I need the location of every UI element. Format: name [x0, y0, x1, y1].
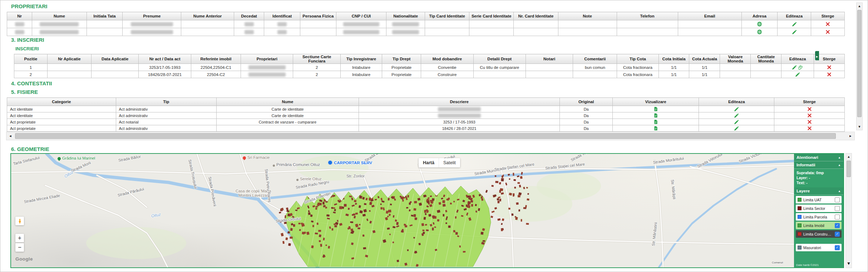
doc-icon[interactable]: [654, 126, 658, 131]
layer-checkbox[interactable]: [835, 206, 840, 211]
panel-header-layere[interactable]: Layere: [794, 187, 843, 195]
column-header: Nr Aplicatie: [47, 54, 91, 64]
edit-icon[interactable]: [734, 120, 739, 125]
map-canvas[interactable]: Tarla StefanuluiGrădina lui MarinelStrad…: [11, 154, 794, 267]
layer-item-limita-imobil[interactable]: Limita Imobil: [796, 222, 842, 229]
vertical-scrollbar[interactable]: [856, 2, 863, 130]
poi-label[interactable]: Primăria Comunei Oituz: [273, 162, 320, 167]
edit-icon[interactable]: [734, 107, 739, 112]
doc-icon[interactable]: [654, 106, 658, 112]
redacted-text: [277, 22, 287, 26]
street-label: Strada Tisei: [570, 154, 590, 162]
poi-label[interactable]: Sri Farmacie: [243, 155, 270, 160]
vertical-scroll-thumb[interactable]: [857, 10, 862, 117]
street-label: Strada Orbului: [275, 216, 301, 223]
map-scroll-down-arrow-icon[interactable]: [846, 261, 852, 266]
layer-item-limita-sector[interactable]: Limita Sector: [796, 205, 842, 212]
layer-checkbox[interactable]: [835, 197, 840, 202]
horizontal-scroll-thumb[interactable]: [15, 133, 836, 139]
cell: [774, 106, 845, 112]
layer-item-limita-constructie[interactable]: Limita Constructie: [796, 230, 842, 238]
redacted-text: [343, 22, 379, 26]
horizontal-scrollbar[interactable]: [6, 132, 855, 140]
pegman-icon: [17, 218, 23, 224]
delete-icon[interactable]: [807, 126, 812, 131]
delete-icon[interactable]: [807, 107, 812, 111]
zoom-in-button[interactable]: +: [15, 234, 24, 242]
satellite-view-button[interactable]: Satelit: [439, 158, 460, 167]
zoom-out-button[interactable]: −: [15, 243, 24, 252]
cell: [617, 20, 678, 28]
delete-icon[interactable]: [807, 113, 812, 118]
cell: [774, 112, 845, 119]
delete-icon[interactable]: [807, 120, 812, 124]
street-label: Tarla Stefanului: [13, 155, 40, 166]
table-row: [7, 20, 845, 28]
layer-label: Limita Parcela: [803, 215, 833, 219]
column-header: Persoana Fizica: [300, 12, 336, 20]
panel-header-atentionari[interactable]: Atentionari: [794, 154, 843, 161]
map-vertical-scrollbar[interactable]: [845, 153, 852, 268]
cell: [336, 28, 386, 36]
panel-collapse-tab[interactable]: [815, 51, 819, 60]
scroll-up-arrow-icon[interactable]: [857, 4, 862, 9]
attach-icon[interactable]: [798, 65, 803, 70]
panel-header-informatii[interactable]: Informatii: [794, 161, 843, 169]
delete-icon[interactable]: [827, 65, 832, 70]
redacted-text: [131, 22, 173, 26]
layer-item-limita-parcela[interactable]: Limita Parcela: [796, 213, 842, 221]
edit-icon[interactable]: [792, 30, 797, 35]
layer-item-limita-uat[interactable]: Limita UAT: [796, 196, 842, 203]
cell: [526, 71, 573, 78]
layer-label: Limita Constructie: [803, 232, 833, 236]
cell: Act proprietate: [7, 119, 116, 125]
map-view-button[interactable]: Hartă: [419, 158, 439, 167]
subsection-title-inscrieri: INSCRIERI: [15, 46, 39, 51]
cell: [514, 20, 558, 28]
delete-icon[interactable]: [825, 22, 830, 26]
column-header: Original: [560, 98, 613, 106]
street-label: Strada Stației cel Mare: [545, 162, 585, 170]
layer-checkbox[interactable]: [835, 232, 840, 237]
edit-icon[interactable]: [792, 65, 797, 70]
cell: Act identitate: [7, 106, 116, 112]
poi-label[interactable]: Casa de copii 'Maria: [236, 189, 271, 193]
pegman-control[interactable]: [15, 217, 24, 225]
layer-label: Limita Imobil: [803, 223, 833, 228]
scroll-right-arrow-icon[interactable]: [847, 132, 854, 140]
edit-icon[interactable]: [734, 126, 739, 131]
cell: [720, 71, 751, 78]
layer-checkbox[interactable]: [835, 223, 840, 228]
column-header: Note: [558, 12, 617, 20]
layer-checkbox[interactable]: [835, 245, 840, 250]
edit-icon[interactable]: [734, 113, 739, 118]
layer-checkbox[interactable]: [835, 215, 840, 220]
table-row: Act identitateAct administrativCarte de …: [7, 112, 845, 119]
map-scroll-up-arrow-icon[interactable]: [846, 154, 852, 159]
edit-icon[interactable]: [792, 22, 797, 27]
poi-label[interactable]: Serele Oituz: [296, 177, 322, 181]
globe-icon[interactable]: [757, 21, 762, 27]
globe-icon[interactable]: [757, 29, 762, 35]
proprietari-table: NrNumeInitiala TataPrenumeNume AnteriorD…: [7, 12, 845, 36]
cell: 3253/17-05-1993: [139, 64, 191, 71]
delete-icon[interactable]: [825, 30, 830, 34]
collapse-arrow-icon[interactable]: [838, 161, 841, 169]
collapse-arrow-icon[interactable]: [838, 187, 841, 195]
column-header: Identificat: [264, 12, 300, 20]
delete-icon[interactable]: [827, 72, 832, 77]
poi-label[interactable]: Montini Lavezzari': [238, 193, 270, 197]
cell: [425, 28, 469, 36]
scroll-down-arrow-icon[interactable]: [857, 124, 862, 129]
layer-item-masuratori[interactable]: Masuratori: [796, 244, 842, 251]
cell: [751, 64, 781, 71]
column-header: Adresa: [741, 12, 778, 20]
column-header: Referinte imobil: [191, 54, 241, 64]
doc-icon[interactable]: [654, 113, 658, 118]
collapse-arrow-icon[interactable]: [838, 154, 841, 161]
scroll-left-arrow-icon[interactable]: [7, 132, 14, 140]
map-scroll-thumb[interactable]: [847, 161, 851, 177]
poi-label[interactable]: Grădina lui Marinel: [58, 156, 95, 160]
edit-icon[interactable]: [795, 72, 800, 77]
doc-icon[interactable]: [654, 119, 658, 125]
